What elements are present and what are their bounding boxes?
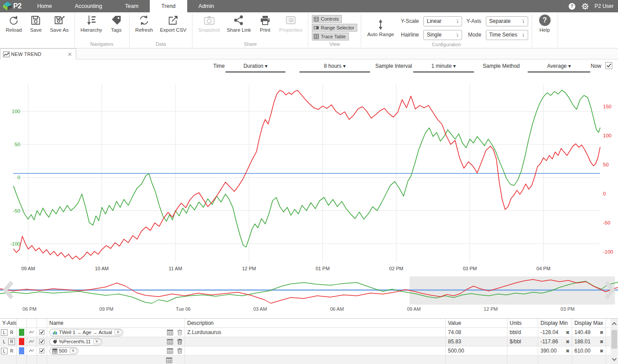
document-tab-strip: NEW TREND ✕	[0, 48, 618, 59]
p2-logo: P2	[0, 0, 26, 12]
delete-trace-icon[interactable]	[177, 338, 182, 345]
visible-checkbox[interactable]	[39, 338, 44, 345]
toggle-trace-table[interactable]: Trace Table	[312, 33, 349, 40]
calculation-grid-icon[interactable]	[167, 330, 173, 335]
y-axis-select[interactable]: Separate ⤵︎	[486, 16, 528, 26]
duration-dropdown[interactable]: 8 hours ▾	[300, 61, 370, 73]
clear-min-icon[interactable]: ✖	[566, 339, 570, 344]
svg-text:12 PM: 12 PM	[484, 306, 498, 312]
display-min-value[interactable]: -117.86	[540, 338, 558, 345]
save-button[interactable]: Save	[26, 13, 45, 34]
display-max-value[interactable]: 610.00	[574, 348, 591, 354]
nav-tab-trend[interactable]: Trend	[150, 0, 187, 12]
trace-units: bbl/d	[507, 328, 538, 337]
toggle-controls[interactable]: Controls	[312, 15, 342, 23]
svg-text:100: 100	[603, 133, 611, 138]
left-axis-button[interactable]: L	[1, 329, 7, 336]
remove-trace-icon[interactable]: ✕	[93, 339, 100, 344]
right-axis-button[interactable]: R	[8, 338, 15, 345]
group-caption-view: View	[312, 41, 357, 48]
help-icon[interactable]: ?	[568, 3, 576, 10]
clear-min-icon[interactable]: ✖	[566, 349, 570, 353]
now-label: Now	[591, 63, 601, 69]
ribbon-group-help: ? Help	[532, 12, 558, 48]
trace-chip[interactable]: %Percent%.11 ✕	[49, 338, 102, 346]
trace-chip[interactable]: 500 ✕	[49, 347, 78, 355]
refresh-button[interactable]: Refresh	[133, 13, 155, 34]
caret-down-icon: ▾	[265, 63, 267, 69]
sample-interval-dropdown[interactable]: 1 minute ▾	[413, 61, 474, 73]
range-selector[interactable]: 06 PM09 PMTue 0603 AM06 AM09 AM12 PM03 P…	[0, 273, 618, 318]
hierarchy-button[interactable]: Hierarchy	[78, 13, 104, 34]
svg-text:03 AM: 03 AM	[253, 306, 267, 312]
now-checkbox[interactable]	[605, 62, 612, 69]
trace-units	[507, 346, 538, 356]
table-scrollbar[interactable]	[611, 319, 618, 364]
y-scale-select[interactable]: Linear ⤵︎	[423, 16, 462, 26]
trace-table: Y-Axis Name Description Value Units Disp…	[0, 318, 618, 364]
left-axis-button[interactable]: L	[1, 338, 7, 345]
clear-max-icon[interactable]: ✖	[600, 349, 603, 353]
help-button[interactable]: ? Help	[536, 13, 554, 34]
calculation-grid-icon[interactable]	[167, 348, 173, 354]
line-style-icon[interactable]	[29, 329, 34, 335]
scroll-down-icon[interactable]	[611, 356, 618, 363]
display-min-value[interactable]: -128.04	[540, 329, 559, 335]
col-header-name: Name	[47, 319, 185, 328]
share-link-button[interactable]: Share Link	[225, 13, 253, 34]
visible-checkbox[interactable]	[39, 329, 44, 335]
right-axis-button[interactable]: R	[8, 348, 15, 354]
clear-min-icon[interactable]: ✖	[566, 330, 570, 335]
nav-tab-admin[interactable]: Admin	[187, 0, 226, 12]
remove-trace-icon[interactable]: ✕	[70, 348, 77, 353]
user-name[interactable]: P2 User	[595, 3, 614, 9]
sample-interval-label: Sample Interval	[375, 63, 412, 69]
scrollbar-thumb[interactable]	[611, 330, 617, 349]
trace-color-swatch[interactable]	[19, 347, 24, 354]
close-tab-icon[interactable]: ✕	[67, 51, 72, 58]
remove-trace-icon[interactable]: ✕	[115, 330, 122, 335]
display-max-value[interactable]: 188.01	[574, 338, 591, 345]
range-selector-icon	[314, 25, 319, 30]
calculation-grid-icon[interactable]	[166, 357, 172, 363]
svg-text:150: 150	[603, 104, 611, 109]
delete-trace-icon[interactable]	[177, 348, 182, 354]
time-type-dropdown[interactable]: Duration ▾	[226, 61, 285, 73]
svg-text:06 AM: 06 AM	[330, 306, 344, 312]
delete-trace-icon[interactable]	[177, 329, 182, 335]
clear-max-icon[interactable]: ✖	[600, 339, 603, 344]
export-csv-button[interactable]: Export CSV	[158, 13, 189, 34]
nav-tab-team[interactable]: Team	[114, 0, 150, 12]
auto-range-button[interactable]: Auto Range	[365, 18, 396, 38]
reload-button[interactable]: Reload	[4, 13, 24, 34]
tab-new-trend[interactable]: NEW TREND ✕	[0, 48, 76, 59]
display-min-value[interactable]: 390.00	[540, 348, 557, 354]
clear-max-icon[interactable]: ✖	[600, 330, 603, 335]
settings-gear-icon[interactable]	[581, 3, 589, 10]
line-style-icon[interactable]	[29, 348, 34, 354]
main-trend-chart[interactable]: 09 AM10 AM11 AM12 PM01 PM02 PM03 PM04 PM…	[0, 78, 618, 273]
scroll-up-icon[interactable]	[611, 320, 618, 327]
right-axis-button[interactable]: R	[8, 329, 15, 336]
ribbon-group-data: Refresh Export CSV Data	[130, 12, 192, 48]
trace-chip[interactable]: TWell 1 → Age → Actual ✕	[49, 329, 123, 336]
tags-button[interactable]: Tags	[107, 13, 126, 34]
nav-tab-accounting[interactable]: Accounting	[63, 0, 114, 12]
display-max-value[interactable]: 140.48	[574, 329, 591, 335]
trace-color-swatch[interactable]	[19, 329, 24, 336]
toggle-range-selector[interactable]: Range Selector	[312, 24, 357, 32]
line-style-icon[interactable]	[29, 338, 34, 345]
visible-checkbox[interactable]	[39, 348, 44, 354]
svg-text:02 PM: 02 PM	[389, 266, 403, 271]
p2-logo-icon	[3, 1, 12, 11]
hairline-select[interactable]: Single ⤵︎	[423, 30, 462, 40]
nav-tab-home[interactable]: Home	[26, 0, 63, 12]
print-button[interactable]: Print	[256, 13, 274, 34]
sample-method-dropdown[interactable]: Average ▾	[528, 61, 590, 73]
save-as-button[interactable]: Save As	[48, 13, 70, 34]
mode-select[interactable]: Time Series ⤵︎	[486, 30, 528, 40]
left-axis-button[interactable]: L	[1, 348, 7, 354]
calculation-grid-icon[interactable]	[167, 339, 173, 345]
trace-value: 500.00	[446, 346, 507, 356]
trace-color-swatch[interactable]	[19, 338, 24, 345]
